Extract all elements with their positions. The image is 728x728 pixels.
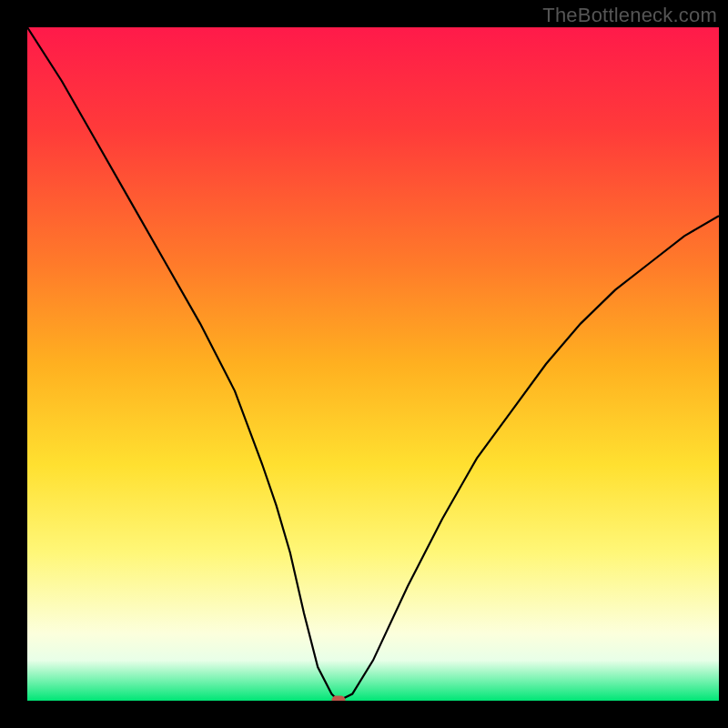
minimum-marker xyxy=(332,696,346,702)
plot-area xyxy=(27,27,719,701)
bottleneck-curve xyxy=(27,27,719,701)
watermark-text: TheBottleneck.com xyxy=(542,4,717,27)
